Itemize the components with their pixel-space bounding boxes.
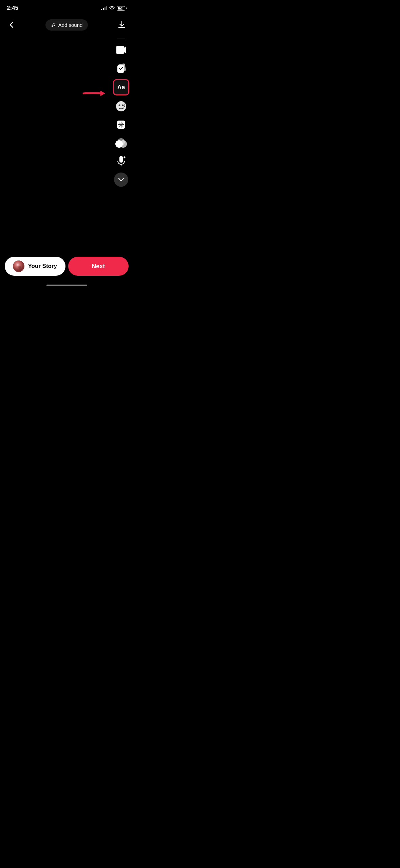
- svg-point-6: [122, 105, 124, 106]
- bottom-buttons: Your Story Next: [0, 253, 133, 281]
- svg-rect-0: [116, 46, 124, 54]
- text-tool-label: Aa: [117, 84, 125, 91]
- svg-point-14: [18, 266, 21, 269]
- next-label: Next: [92, 263, 105, 270]
- add-sound-button[interactable]: Add sound: [45, 19, 88, 31]
- add-sound-label: Add sound: [58, 22, 83, 28]
- next-button[interactable]: Next: [68, 257, 129, 276]
- status-icons: 74: [101, 6, 127, 11]
- battery-indicator: 74: [117, 6, 127, 11]
- status-bar: 2:45 74: [0, 0, 133, 14]
- filter-tool-button[interactable]: [114, 117, 129, 132]
- effects-tool-button[interactable]: [114, 61, 129, 76]
- bottom-bar: Your Story Next: [0, 253, 133, 289]
- download-button[interactable]: [116, 19, 128, 31]
- more-tools-button[interactable]: [114, 172, 129, 187]
- signal-icon: [101, 6, 107, 10]
- toolbar-divider: [117, 38, 125, 38]
- avatar: [13, 260, 24, 272]
- svg-point-13: [17, 264, 19, 266]
- wifi-icon: [109, 6, 115, 10]
- top-navigation: Add sound: [0, 19, 133, 31]
- home-indicator: [0, 281, 133, 289]
- text-tool-button[interactable]: Aa: [113, 79, 129, 95]
- color-tool-button[interactable]: [114, 135, 129, 150]
- your-story-button[interactable]: Your Story: [5, 257, 65, 276]
- back-button[interactable]: [5, 19, 18, 31]
- arrow-indicator: [82, 87, 109, 100]
- svg-point-5: [119, 105, 120, 106]
- svg-point-8: [120, 124, 122, 126]
- clip-tool-button[interactable]: [114, 42, 129, 57]
- status-time: 2:45: [7, 5, 18, 12]
- svg-point-12: [13, 260, 24, 272]
- home-bar: [46, 285, 87, 286]
- music-note-icon: [51, 22, 56, 28]
- svg-point-11: [117, 138, 125, 146]
- sticker-tool-button[interactable]: [114, 99, 129, 114]
- voice-tool-button[interactable]: [114, 154, 129, 169]
- download-icon: [118, 21, 126, 29]
- right-toolbar: Aa: [113, 37, 129, 187]
- your-story-label: Your Story: [28, 263, 57, 270]
